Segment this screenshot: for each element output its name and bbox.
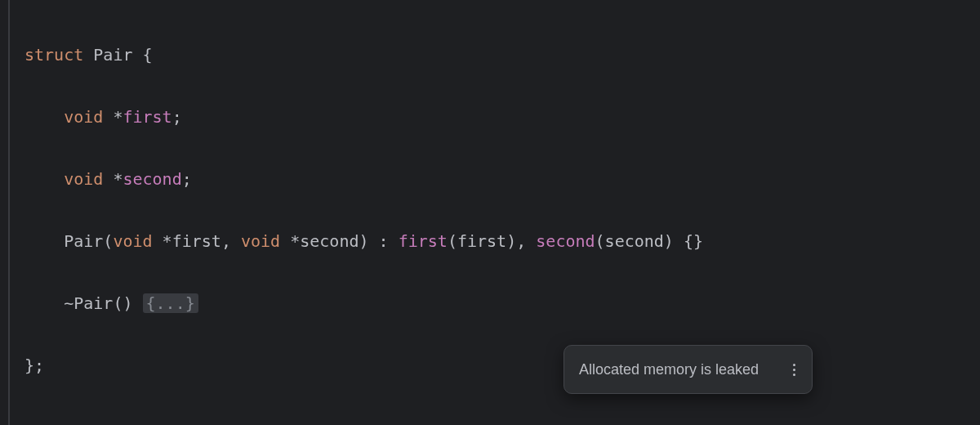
arg-second: second bbox=[605, 231, 664, 251]
comma: , bbox=[516, 231, 526, 251]
code-line[interactable]: void *second; bbox=[24, 163, 980, 195]
constructor-name: Pair bbox=[64, 231, 103, 251]
semicolon: ; bbox=[182, 169, 192, 189]
keyword-void: void bbox=[113, 231, 152, 251]
keyword-struct: struct bbox=[24, 45, 83, 65]
paren-open: ( bbox=[448, 231, 457, 251]
folded-region[interactable]: {...} bbox=[143, 293, 198, 313]
star: * bbox=[290, 231, 300, 251]
init-first: first bbox=[399, 231, 448, 251]
empty-body: {} bbox=[684, 231, 703, 251]
code-line[interactable]: Pair(void *first, void *second) : first(… bbox=[24, 226, 980, 257]
paren-close: ) bbox=[506, 231, 516, 251]
keyword-void: void bbox=[241, 231, 280, 251]
code-line[interactable]: struct Pair { bbox=[24, 39, 980, 70]
init-second: second bbox=[536, 231, 595, 251]
field-second: second bbox=[122, 169, 181, 189]
paren-open: ( bbox=[595, 231, 605, 251]
close-brace-semi: }; bbox=[24, 356, 44, 375]
arg-first: first bbox=[457, 231, 506, 251]
more-actions-icon[interactable] bbox=[791, 362, 797, 378]
colon: : bbox=[379, 231, 389, 251]
paren-close: ) bbox=[122, 293, 132, 313]
star: * bbox=[163, 231, 172, 251]
paren-close: ) bbox=[359, 231, 368, 251]
field-first: first bbox=[122, 107, 172, 127]
keyword-void: void bbox=[64, 107, 103, 127]
star: * bbox=[113, 169, 122, 189]
semicolon: ; bbox=[172, 107, 182, 127]
paren-open: ( bbox=[103, 231, 113, 251]
destructor-name: ~Pair bbox=[64, 293, 113, 313]
code-line[interactable]: }; bbox=[24, 350, 980, 381]
blank-line[interactable] bbox=[24, 412, 980, 425]
keyword-void: void bbox=[64, 169, 103, 189]
code-line[interactable]: ~Pair() {...} bbox=[24, 288, 980, 319]
paren-open: ( bbox=[113, 293, 122, 313]
inspection-tooltip[interactable]: Allocated memory is leaked bbox=[564, 345, 813, 394]
star: * bbox=[113, 107, 122, 127]
param-second: second bbox=[300, 231, 359, 251]
paren-close: ) bbox=[664, 231, 674, 251]
type-pair: Pair bbox=[93, 45, 132, 65]
code-editor[interactable]: struct Pair { void *first; void *second;… bbox=[0, 0, 980, 425]
tooltip-text: Allocated memory is leaked bbox=[579, 356, 759, 383]
param-first: first bbox=[172, 231, 221, 251]
comma: , bbox=[221, 231, 231, 251]
brace-open: { bbox=[143, 45, 153, 65]
code-line[interactable]: void *first; bbox=[24, 101, 980, 132]
